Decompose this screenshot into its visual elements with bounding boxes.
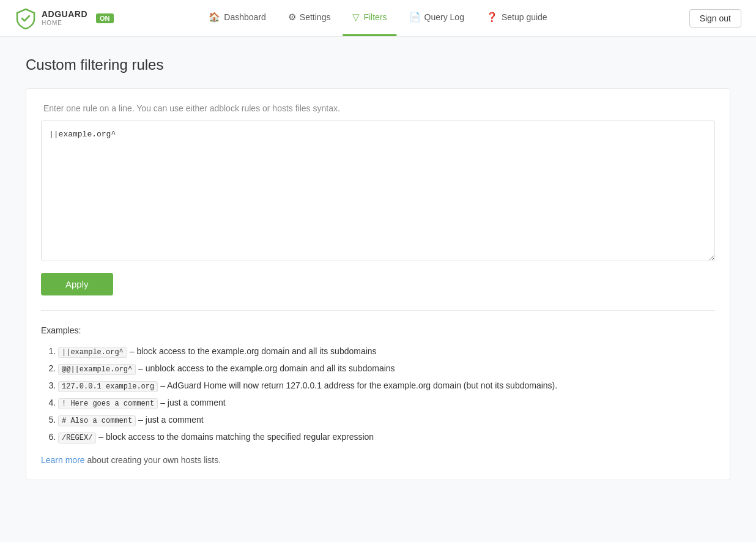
example-code-4: ! Here goes a comment <box>58 398 158 409</box>
example-code-2: @@||example.org^ <box>58 364 136 375</box>
examples-title: Examples: <box>41 325 715 335</box>
examples-list: ||example.org^ – block access to the exa… <box>41 343 715 445</box>
examples-section: Examples: ||example.org^ – block access … <box>41 325 715 465</box>
logo-icon <box>15 7 37 29</box>
nav-filters-label: Filters <box>363 12 387 22</box>
example-desc-3: – AdGuard Home will now return 127.0.0.1… <box>160 381 557 390</box>
list-item: ! Here goes a comment – just a comment <box>58 394 715 411</box>
filter-icon: ▽ <box>352 12 360 23</box>
home-icon: 🏠 <box>209 12 220 23</box>
header: ADGUARD HOME ON 🏠 Dashboard ⚙ Settings ▽… <box>0 0 756 37</box>
logo-text: ADGUARD HOME <box>42 10 87 26</box>
status-badge: ON <box>96 13 114 23</box>
example-code-1: ||example.org^ <box>58 347 127 358</box>
rules-textarea[interactable]: ||example.org^ <box>41 121 715 261</box>
logo-area: ADGUARD HOME ON <box>15 7 114 29</box>
list-item: @@||example.org^ – unblock access to the… <box>58 360 715 377</box>
sign-out-button[interactable]: Sign out <box>689 9 741 28</box>
section-divider <box>41 310 715 311</box>
list-item: /REGEX/ – block access to the domains ma… <box>58 428 715 445</box>
learn-more-paragraph: Learn more about creating your own hosts… <box>41 455 715 465</box>
nav-setup[interactable]: ❓ Setup guide <box>476 0 557 36</box>
nav-querylog[interactable]: 📄 Query Log <box>399 0 474 36</box>
list-item: 127.0.0.1 example.org – AdGuard Home wil… <box>58 377 715 394</box>
nav-dashboard[interactable]: 🏠 Dashboard <box>199 0 276 36</box>
apply-button[interactable]: Apply <box>41 273 113 295</box>
learn-more-link[interactable]: Learn more <box>41 455 85 465</box>
nav-querylog-label: Query Log <box>424 12 464 22</box>
example-desc-5: – just a comment <box>138 415 204 425</box>
hint-text: Enter one rule on a line. You can use ei… <box>41 103 715 113</box>
page-title: Custom filtering rules <box>26 56 730 73</box>
logo-brand: ADGUARD <box>42 10 87 19</box>
logo-sub: HOME <box>42 20 87 26</box>
example-desc-2: – unblock access to the example.org doma… <box>138 363 395 373</box>
querylog-icon: 📄 <box>409 12 421 23</box>
main-content: Custom filtering rules Enter one rule on… <box>11 37 745 500</box>
nav-settings[interactable]: ⚙ Settings <box>278 0 341 36</box>
settings-icon: ⚙ <box>288 12 296 23</box>
example-code-5: # Also a comment <box>58 415 136 426</box>
list-item: ||example.org^ – block access to the exa… <box>58 343 715 360</box>
example-desc-4: – just a comment <box>160 398 226 407</box>
filtering-rules-card: Enter one rule on a line. You can use ei… <box>26 88 730 480</box>
list-item: # Also a comment – just a comment <box>58 411 715 428</box>
nav-filters[interactable]: ▽ Filters <box>343 0 396 36</box>
learn-more-suffix: about creating your own hosts lists. <box>87 455 221 465</box>
example-code-6: /REGEX/ <box>58 432 96 444</box>
help-icon: ❓ <box>486 12 498 23</box>
main-nav: 🏠 Dashboard ⚙ Settings ▽ Filters 📄 Query… <box>199 0 557 36</box>
example-desc-6: – block access to the domains matching t… <box>98 432 374 442</box>
nav-setup-label: Setup guide <box>502 12 547 22</box>
nav-dashboard-label: Dashboard <box>224 12 266 22</box>
example-code-3: 127.0.0.1 example.org <box>58 381 158 392</box>
nav-settings-label: Settings <box>300 12 331 22</box>
example-desc-1: – block access to the example.org domain… <box>130 346 377 356</box>
